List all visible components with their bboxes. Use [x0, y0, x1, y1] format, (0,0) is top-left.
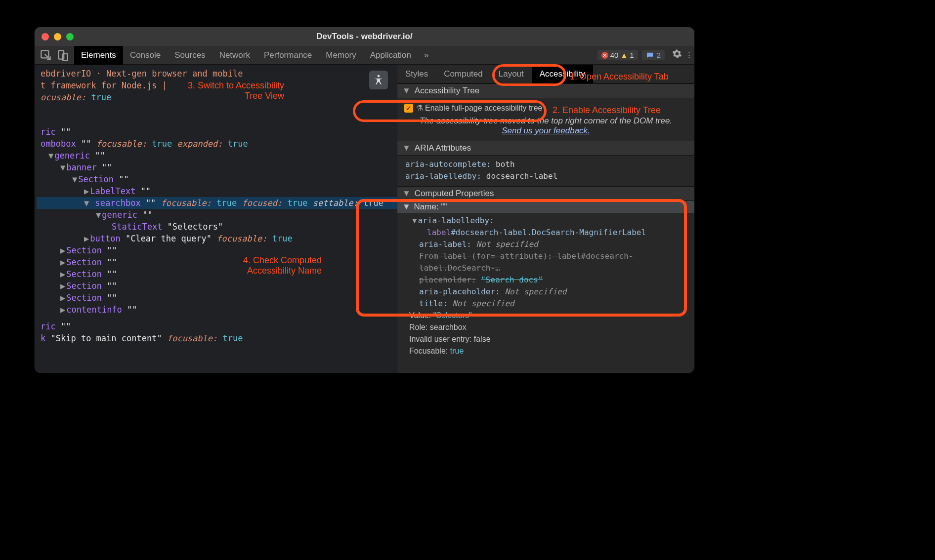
- flask-icon: ⚗: [416, 102, 423, 114]
- tree-node[interactable]: ombobox: [41, 139, 76, 149]
- settings-gear-icon[interactable]: [670, 49, 684, 61]
- rtab-computed[interactable]: Computed: [436, 65, 490, 83]
- tab-network[interactable]: Network: [212, 46, 257, 65]
- tree-node[interactable]: Section: [66, 257, 102, 267]
- feedback-link[interactable]: Send us your feedback.: [502, 126, 590, 135]
- status-counters[interactable]: ✕ 40 ▲ 1: [597, 50, 638, 60]
- dom-key: ocusable:: [41, 92, 86, 102]
- tab-sources[interactable]: Sources: [168, 46, 212, 65]
- accessibility-tree-toggle[interactable]: [369, 71, 388, 89]
- sidebar-tabstrip: Styles Computed Layout Accessibility: [397, 65, 694, 83]
- tree-node[interactable]: ric: [41, 321, 56, 331]
- dom-text: ebdriverIO · Next-gen browser and mobile: [41, 69, 243, 79]
- section-accessibility-tree[interactable]: ▼Accessibility Tree: [397, 83, 694, 98]
- messages-button[interactable]: 2: [642, 50, 665, 60]
- tree-node[interactable]: contentinfo: [66, 305, 122, 315]
- devtools-window: DevTools - webdriver.io/ Elements Consol…: [35, 27, 694, 373]
- rtab-accessibility[interactable]: Accessibility: [532, 65, 594, 83]
- window-title: DevTools - webdriver.io/: [35, 32, 694, 41]
- tree-node[interactable]: Section: [66, 245, 102, 255]
- inspect-icon[interactable]: [40, 49, 52, 62]
- warning-count: 1: [630, 51, 634, 59]
- tree-node[interactable]: ric: [41, 127, 56, 137]
- tree-node[interactable]: banner: [66, 162, 96, 172]
- section-computed-properties[interactable]: ▼Computed Properties: [397, 186, 694, 201]
- tabs-overflow-icon[interactable]: »: [418, 50, 434, 60]
- sidebar-pane: Styles Computed Layout Accessibility ▼Ac…: [397, 65, 694, 373]
- rtab-styles[interactable]: Styles: [397, 65, 436, 83]
- tab-application[interactable]: Application: [363, 46, 418, 65]
- computed-name-row[interactable]: ▼ Name: "": [397, 201, 694, 213]
- tree-node[interactable]: LabelText: [90, 186, 135, 196]
- tree-node[interactable]: Section: [78, 174, 114, 184]
- computed-from-label: From label (for= attribute): label#docse…: [405, 250, 686, 274]
- enable-a11y-tree-checkbox[interactable]: ✓ ⚗ Enable full-page accessibility tree: [404, 102, 687, 114]
- tree-node[interactable]: Section: [66, 269, 102, 279]
- tree-node-searchbox[interactable]: searchbox: [95, 198, 141, 208]
- dom-text: t framework for Node.js |: [41, 80, 167, 90]
- checkbox-checked-icon: ✓: [404, 104, 413, 113]
- titlebar: DevTools - webdriver.io/: [35, 27, 694, 46]
- dom-tree-pane[interactable]: ebdriverIO · Next-gen browser and mobile…: [35, 65, 397, 373]
- section-aria-attributes[interactable]: ▼ARIA Attributes: [397, 141, 694, 156]
- svg-point-3: [378, 75, 380, 78]
- more-menu-icon[interactable]: ⋮: [684, 50, 694, 60]
- tree-node[interactable]: generic: [54, 151, 90, 160]
- tree-node[interactable]: Section: [66, 281, 102, 291]
- tab-performance[interactable]: Performance: [257, 46, 319, 65]
- tree-node[interactable]: generic: [102, 210, 137, 220]
- device-toggle-icon[interactable]: [56, 49, 69, 62]
- warning-icon: ▲: [620, 51, 628, 59]
- a11y-tree-note: The accessibility tree moved to the top …: [397, 114, 694, 141]
- dom-val: true: [91, 92, 111, 102]
- tree-node[interactable]: StaticText: [112, 222, 162, 232]
- error-icon: ✕: [601, 52, 608, 59]
- tab-console[interactable]: Console: [123, 46, 168, 65]
- tree-node[interactable]: button: [90, 234, 120, 243]
- messages-count: 2: [657, 51, 661, 59]
- tab-memory[interactable]: Memory: [319, 46, 363, 65]
- enable-a11y-tree-label: Enable full-page accessibility tree: [425, 102, 542, 114]
- tree-node[interactable]: Section: [66, 293, 102, 303]
- error-count: 40: [610, 51, 619, 59]
- tab-elements[interactable]: Elements: [74, 46, 123, 65]
- main-toolbar: Elements Console Sources Network Perform…: [35, 46, 694, 65]
- rtab-layout[interactable]: Layout: [491, 65, 532, 83]
